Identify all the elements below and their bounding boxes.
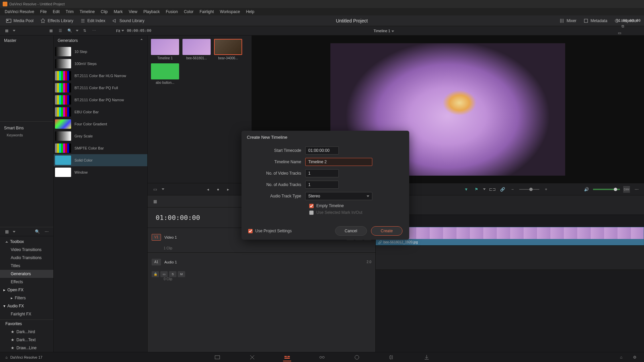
- zoom-in-icon[interactable]: +: [543, 186, 549, 193]
- generator-item[interactable]: BT.2111 Color Bar HLG Narrow: [54, 70, 147, 82]
- next-edit-icon[interactable]: ▸: [225, 186, 231, 193]
- zoom-out-icon[interactable]: −: [509, 186, 516, 193]
- chevron-down-icon[interactable]: [13, 30, 15, 32]
- list-view-icon[interactable]: ☰: [57, 27, 64, 34]
- zoom-slider[interactable]: [519, 189, 539, 190]
- audio-track-badge[interactable]: A1: [152, 259, 161, 265]
- options-icon[interactable]: ⋯: [43, 228, 50, 235]
- deliver-page-icon[interactable]: [423, 353, 431, 361]
- timeline-name[interactable]: Timeline 1: [373, 29, 390, 33]
- generator-item[interactable]: Grey Scale: [54, 130, 147, 142]
- metadata-button[interactable]: Metadata: [581, 17, 610, 25]
- home-icon[interactable]: ⌂: [5, 355, 8, 359]
- audio-tracks-input[interactable]: [305, 181, 339, 189]
- audio-track-header[interactable]: A1 Audio 1 2.0: [148, 252, 375, 271]
- audiofx-section[interactable]: ▾ Audio FX: [0, 302, 53, 310]
- media-page-icon[interactable]: [213, 353, 221, 361]
- menu-playback[interactable]: Playback: [141, 9, 162, 15]
- edit-index-button[interactable]: Edit Index: [77, 17, 108, 25]
- titles-item[interactable]: Titles: [0, 262, 53, 270]
- media-clip-thumb[interactable]: abo button...: [151, 63, 179, 84]
- menu-color[interactable]: Color: [181, 9, 196, 15]
- menu-view[interactable]: View: [126, 9, 140, 15]
- sound-library-button[interactable]: Sound Library: [109, 17, 147, 25]
- generator-item[interactable]: BT.2111 Color Bar PQ Narrow: [54, 94, 147, 106]
- generator-item[interactable]: EBU Color Bar: [54, 106, 147, 118]
- audio-type-select[interactable]: Stereo: [305, 192, 372, 200]
- generators-item[interactable]: Generators: [0, 270, 53, 278]
- empty-timeline-checkbox[interactable]: [309, 204, 314, 208]
- chevron-down-icon[interactable]: [162, 188, 164, 190]
- generator-item[interactable]: 100mV Steps: [54, 58, 147, 70]
- effects-item[interactable]: Effects: [0, 278, 53, 286]
- play-icon[interactable]: ●: [215, 186, 221, 193]
- fusion-page-icon[interactable]: [318, 353, 326, 361]
- effects-library-button[interactable]: Effects Library: [38, 17, 76, 25]
- video-transitions-item[interactable]: Video Transitions: [0, 246, 53, 254]
- menu-mark[interactable]: Mark: [111, 9, 125, 15]
- cut-page-icon[interactable]: [248, 353, 256, 361]
- toolbox-section[interactable]: Toolbox: [0, 238, 53, 246]
- chevron-down-icon[interactable]: [483, 188, 486, 190]
- favorite-item[interactable]: ★ Draw...Line: [0, 344, 53, 352]
- favorite-item[interactable]: ★ Dark...Text: [0, 336, 53, 344]
- generator-item[interactable]: BT.2111 Color Bar PQ Full: [54, 82, 147, 94]
- selection-tool-icon[interactable]: ▭: [152, 186, 158, 193]
- timeline-name-input[interactable]: [305, 158, 372, 166]
- link-icon[interactable]: 🔗: [499, 186, 506, 193]
- bin-view-icon[interactable]: ▦: [3, 27, 10, 34]
- menu-help[interactable]: Help: [243, 9, 257, 15]
- bin-icon[interactable]: ▦: [3, 228, 10, 235]
- video-tracks-input[interactable]: [305, 169, 339, 177]
- snapping-icon[interactable]: ⊏⊐: [489, 186, 496, 193]
- lock-icon[interactable]: 🔒: [152, 271, 159, 277]
- menu-clip[interactable]: Clip: [98, 9, 110, 15]
- menu-trim[interactable]: Trim: [63, 9, 76, 15]
- video-track[interactable]: 🔗bee-5618012_1920.jpg: [376, 227, 644, 246]
- filters-item[interactable]: ▸ Filters: [0, 294, 53, 302]
- thumbnail-view-icon[interactable]: ▦: [48, 27, 54, 34]
- dim-button[interactable]: DIM: [623, 186, 630, 193]
- generator-item[interactable]: 10 Step: [54, 46, 147, 58]
- chevron-down-icon[interactable]: [13, 231, 15, 233]
- openfx-section[interactable]: ▸ Open FX: [0, 286, 53, 294]
- chevron-down-icon[interactable]: [391, 31, 394, 32]
- media-clip-thumb[interactable]: Timeline 1: [151, 39, 179, 60]
- generator-item[interactable]: Window: [54, 166, 147, 178]
- prev-edit-icon[interactable]: ◂: [205, 186, 211, 193]
- fairlight-page-icon[interactable]: [388, 353, 396, 361]
- timeline-ruler[interactable]: [376, 195, 644, 215]
- match-frame-icon[interactable]: ⧉: [620, 23, 626, 29]
- menu-edit[interactable]: Edit: [50, 9, 62, 15]
- zoom-dropdown[interactable]: Fit: [116, 29, 124, 33]
- generator-item[interactable]: Solid Color: [54, 154, 147, 166]
- chevron-down-icon[interactable]: [76, 30, 78, 32]
- edit-page-icon[interactable]: [283, 353, 291, 361]
- dual-viewer-icon[interactable]: ▭: [616, 29, 623, 36]
- search-icon[interactable]: 🔍: [66, 27, 73, 34]
- settings-icon[interactable]: ⚙: [631, 353, 639, 361]
- timeline-tracks[interactable]: 🔗bee-5618012_1920.jpg: [376, 195, 644, 352]
- media-clip-thumb[interactable]: bee-561801...: [182, 39, 211, 60]
- volume-icon[interactable]: 🔊: [583, 186, 590, 193]
- video-track-badge[interactable]: V1: [152, 234, 161, 241]
- home-icon[interactable]: ⌂: [617, 353, 625, 361]
- sort-icon[interactable]: ⇅: [81, 27, 88, 34]
- favorite-item[interactable]: ★ Dark...hird: [0, 328, 53, 336]
- search-icon[interactable]: 🔍: [34, 228, 41, 235]
- master-bin[interactable]: Master: [0, 36, 53, 46]
- color-page-icon[interactable]: [353, 353, 361, 361]
- collapse-icon[interactable]: ⌃: [140, 38, 143, 43]
- solo-button[interactable]: S: [169, 271, 176, 277]
- start-timecode-input[interactable]: [305, 146, 339, 155]
- cancel-button[interactable]: Cancel: [335, 226, 367, 236]
- marker-icon[interactable]: ▼: [463, 186, 470, 193]
- menu-workspace[interactable]: Workspace: [217, 9, 243, 15]
- options-icon[interactable]: ⋯: [91, 27, 97, 34]
- auto-select-icon[interactable]: ▭: [160, 271, 168, 277]
- audio-transitions-item[interactable]: Audio Transitions: [0, 254, 53, 262]
- volume-slider[interactable]: [593, 189, 620, 190]
- flag-icon[interactable]: ⚑: [473, 186, 480, 193]
- media-clip-thumb[interactable]: bear-34006...: [214, 39, 242, 60]
- menu-davinci[interactable]: DaVinci Resolve: [2, 9, 37, 15]
